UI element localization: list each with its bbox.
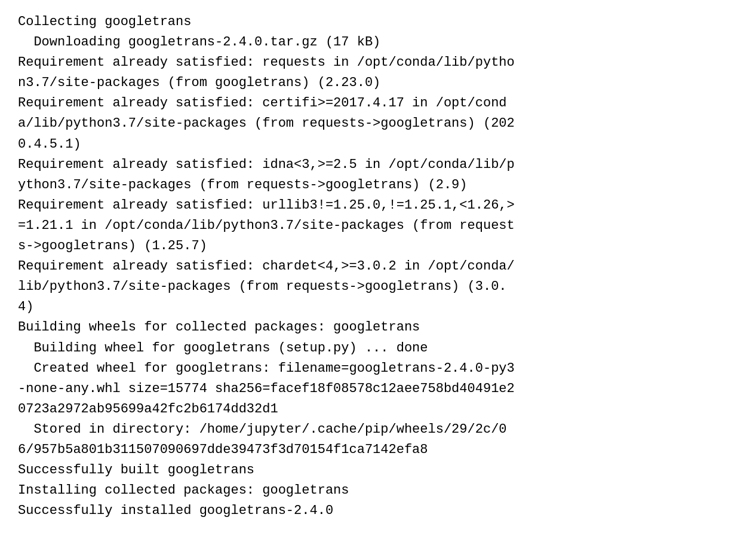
terminal-output: Collecting googletrans Downloading googl… xyxy=(18,12,738,521)
